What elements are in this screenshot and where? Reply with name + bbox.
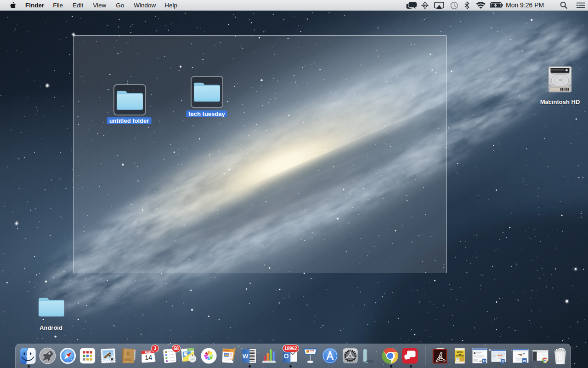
svg-text:O: O <box>502 360 504 363</box>
svg-text:TEXTBOOK: TEXTBOOK <box>456 355 464 357</box>
svg-text:PAGES: PAGES <box>223 349 229 352</box>
svg-text:W: W <box>243 353 249 360</box>
svg-text:O: O <box>284 352 289 360</box>
svg-text:30: 30 <box>191 357 194 360</box>
svg-text:MAR: MAR <box>145 351 152 354</box>
svg-text:W: W <box>523 359 526 363</box>
svg-text:14: 14 <box>145 354 153 362</box>
svg-text:O: O <box>483 359 486 362</box>
